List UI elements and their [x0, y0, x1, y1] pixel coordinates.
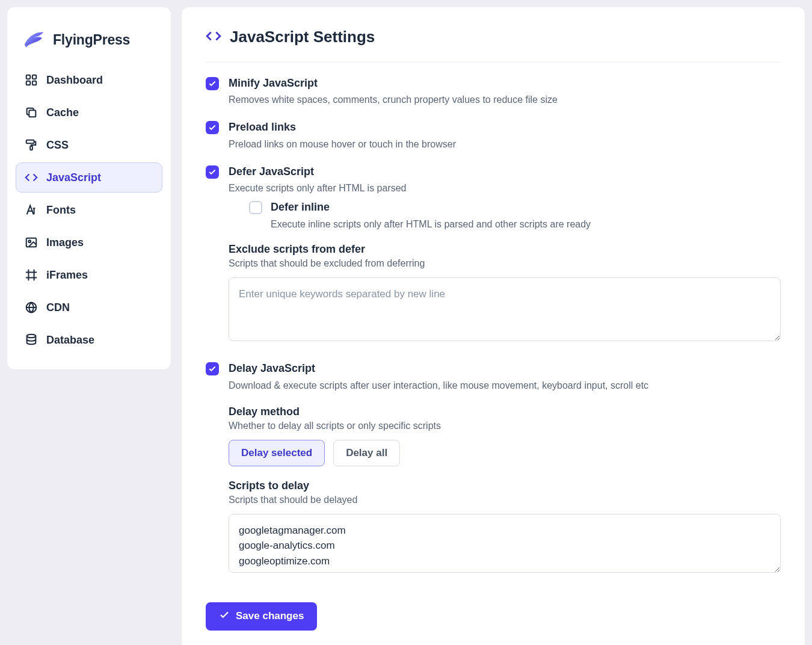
- checkbox-defer[interactable]: [206, 165, 219, 179]
- sidebar-item-label: CSS: [46, 139, 69, 152]
- setting-desc: Preload links on mouse hover or touch in…: [229, 137, 781, 151]
- sidebar-item-label: CDN: [46, 301, 70, 314]
- svg-rect-3: [32, 81, 36, 85]
- brand: FlyingPress: [16, 24, 162, 65]
- check-icon: [219, 610, 230, 623]
- sidebar-item-dashboard[interactable]: Dashboard: [16, 65, 162, 95]
- setting-desc: Execute inline scripts only after HTML i…: [271, 217, 591, 231]
- sidebar-item-label: Cache: [46, 106, 79, 119]
- logo-icon: [22, 28, 46, 52]
- exclude-defer-textarea[interactable]: [229, 277, 781, 342]
- setting-desc: Removes white spaces, comments, crunch p…: [229, 93, 781, 106]
- delay-method-title: Delay method: [229, 406, 781, 418]
- setting-defer: Defer JavaScript Execute scripts only af…: [206, 164, 781, 355]
- scripts-delay-sub: Scripts that should be delayed: [229, 495, 781, 505]
- sidebar-item-images[interactable]: Images: [16, 227, 162, 258]
- sidebar-item-cache[interactable]: Cache: [16, 97, 162, 128]
- setting-defer-inline: Defer inline Execute inline scripts only…: [249, 200, 781, 230]
- checkbox-delay[interactable]: [206, 362, 219, 375]
- sidebar-item-label: Fonts: [46, 204, 76, 217]
- code-icon: [206, 28, 221, 46]
- sidebar-item-fonts[interactable]: Fonts: [16, 195, 162, 225]
- code-icon: [25, 171, 38, 184]
- sidebar-item-label: Images: [46, 236, 84, 249]
- sidebar-item-css[interactable]: CSS: [16, 130, 162, 160]
- setting-title: Delay JavaScript: [229, 361, 781, 375]
- nav: Dashboard Cache CSS JavaScript: [16, 65, 162, 355]
- svg-rect-0: [26, 75, 30, 79]
- image-icon: [25, 236, 38, 249]
- save-button-label: Save changes: [236, 610, 304, 622]
- svg-rect-2: [26, 81, 30, 85]
- checkbox-preload[interactable]: [206, 121, 219, 134]
- sidebar-item-database[interactable]: Database: [16, 325, 162, 355]
- svg-rect-1: [32, 75, 36, 79]
- setting-preload: Preload links Preload links on mouse hov…: [206, 120, 781, 150]
- delay-selected-button[interactable]: Delay selected: [229, 440, 325, 466]
- setting-title: Defer JavaScript: [229, 164, 781, 179]
- delay-method-toggle: Delay selected Delay all: [229, 440, 781, 466]
- fonts-icon: [25, 203, 38, 217]
- save-button[interactable]: Save changes: [206, 602, 317, 631]
- sidebar-item-label: Database: [46, 334, 94, 347]
- exclude-defer-title: Exclude scripts from defer: [229, 243, 781, 256]
- page-title: JavaScript Settings: [230, 28, 375, 46]
- checkbox-minify[interactable]: [206, 77, 219, 90]
- setting-desc: Download & execute scripts after user in…: [229, 378, 781, 392]
- paint-roller-icon: [25, 138, 38, 152]
- svg-rect-4: [29, 110, 35, 117]
- database-icon: [25, 333, 38, 347]
- brand-name: FlyingPress: [53, 32, 130, 48]
- svg-point-8: [28, 240, 31, 242]
- svg-rect-5: [26, 140, 34, 144]
- sidebar-item-label: iFrames: [46, 269, 88, 282]
- scripts-delay-textarea[interactable]: [229, 514, 781, 573]
- sidebar-item-label: JavaScript: [46, 171, 101, 184]
- sidebar-item-cdn[interactable]: CDN: [16, 292, 162, 322]
- scripts-delay-title: Scripts to delay: [229, 480, 781, 492]
- setting-delay: Delay JavaScript Download & execute scri…: [206, 361, 781, 586]
- grid-icon: [25, 73, 38, 87]
- page-header: JavaScript Settings: [206, 28, 781, 63]
- sidebar-item-javascript[interactable]: JavaScript: [16, 162, 162, 193]
- svg-rect-6: [30, 146, 32, 150]
- frame-icon: [25, 268, 38, 282]
- sidebar-item-iframes[interactable]: iFrames: [16, 260, 162, 290]
- delay-method-sub: Whether to delay all scripts or only spe…: [229, 421, 781, 431]
- setting-title: Defer inline: [271, 200, 591, 214]
- setting-desc: Execute scripts only after HTML is parse…: [229, 181, 781, 195]
- sidebar: FlyingPress Dashboard Cache CSS: [7, 7, 171, 369]
- setting-title: Minify JavaScript: [229, 76, 781, 90]
- copy-icon: [25, 106, 38, 119]
- setting-minify: Minify JavaScript Removes white spaces, …: [206, 76, 781, 106]
- exclude-defer-sub: Scripts that should be excluded from def…: [229, 258, 781, 269]
- main-panel: JavaScript Settings Minify JavaScript Re…: [182, 7, 805, 645]
- checkbox-defer-inline[interactable]: [249, 201, 262, 214]
- sidebar-item-label: Dashboard: [46, 74, 103, 87]
- globe-icon: [25, 301, 38, 314]
- setting-title: Preload links: [229, 120, 781, 134]
- delay-all-button[interactable]: Delay all: [333, 440, 400, 466]
- svg-point-10: [27, 335, 36, 338]
